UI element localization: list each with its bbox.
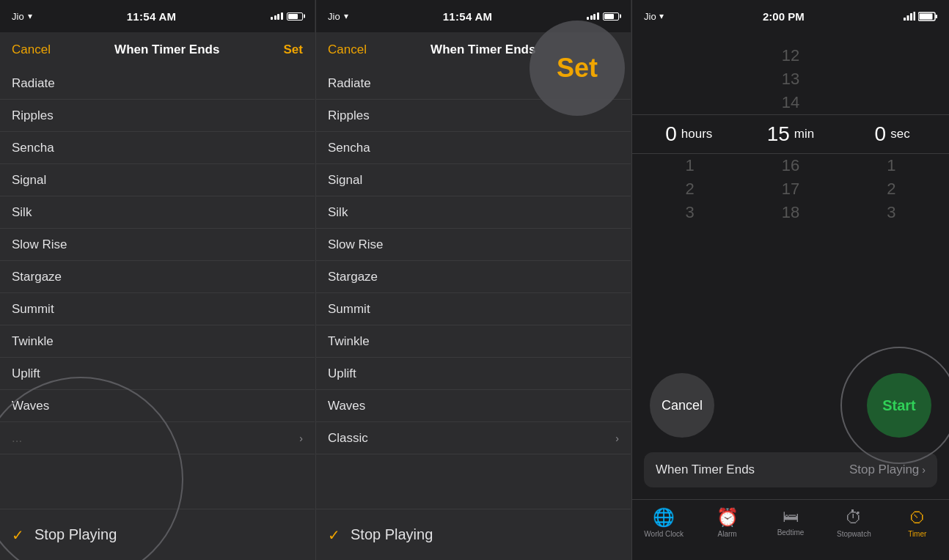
nav-title-1: When Timer Ends [114, 43, 219, 57]
list-item-classic-2[interactable]: Classic › [316, 422, 631, 454]
list-item-summit-1[interactable]: Summit [0, 293, 315, 325]
when-timer-label: When Timer Ends [656, 463, 755, 477]
nav-bar-1: Cancel When Timer Ends Set [0, 32, 315, 67]
list-item-silk-2[interactable]: Silk [316, 196, 631, 229]
list-item-twinkle-2[interactable]: Twinkle [316, 325, 631, 358]
picker-sec-value: 0 [875, 122, 887, 146]
status-right-3 [904, 12, 937, 21]
battery-icon-3 [918, 12, 937, 21]
list-item-ripples-1[interactable]: Ripples [0, 100, 315, 132]
chevron-icon-1: › [299, 432, 303, 444]
tab-stopwatch[interactable]: ⏱ Stopwatch [828, 507, 879, 538]
ghost-col-min: 12 13 14 [747, 44, 835, 114]
signal-icon-1 [271, 12, 283, 20]
set-button-1[interactable]: Set [284, 43, 303, 57]
tab-bedtime[interactable]: 🛏 Bedtime [765, 507, 816, 537]
svg-rect-0 [904, 18, 906, 21]
picker-hours-value: 0 [665, 122, 677, 146]
picker-col-hours[interactable]: 0 hours [645, 122, 733, 146]
wifi-icon-2: ▾ [344, 11, 348, 21]
chevron-icon-3: › [922, 464, 926, 476]
stopwatch-icon: ⏱ [845, 507, 862, 528]
timer-cancel-label: Cancel [662, 398, 703, 413]
picker-ghost-below: 1 2 3 16 17 18 1 2 3 [632, 154, 949, 224]
cancel-button-2[interactable]: Cancel [328, 43, 367, 57]
status-right-1 [271, 12, 303, 21]
bottom-bar-2[interactable]: ✓ Stop Playing [316, 509, 631, 560]
picker-ghost-above: 12 13 14 [632, 44, 949, 114]
timer-start-button[interactable]: Start [867, 373, 931, 438]
wifi-icon-3: ▾ [659, 11, 664, 21]
nav-title-2: When Timer Ends [430, 43, 535, 57]
carrier-1: Jio [12, 11, 24, 22]
tab-timer[interactable]: ⏲ Timer [892, 507, 943, 538]
tab-timer-label: Timer [908, 530, 926, 538]
svg-rect-3 [913, 12, 915, 21]
svg-rect-1 [906, 15, 909, 21]
list-item-radiate-1[interactable]: Radiate [0, 67, 315, 100]
picker-selected-row: 0 hours 15 min 0 sec [632, 114, 949, 154]
tab-alarm[interactable]: ⏰ Alarm [702, 507, 753, 538]
cancel-button-1[interactable]: Cancel [12, 43, 51, 57]
list-item-silk-1[interactable]: Silk [0, 196, 315, 229]
bedtime-icon: 🛏 [783, 507, 799, 526]
set-circle-label: Set [557, 53, 598, 84]
tab-bedtime-label: Bedtime [777, 528, 805, 537]
set-circle-overlay: Set [530, 21, 625, 116]
status-left-1: Jio ▾ [12, 11, 32, 22]
panel-1: Jio ▾ 11:54 AM Cancel When Timer Ends Se… [0, 0, 315, 560]
list-item-slowrise-2[interactable]: Slow Rise [316, 229, 631, 261]
list-item-slowrise-1[interactable]: Slow Rise [0, 229, 315, 261]
list-item-signal-1[interactable]: Signal [0, 164, 315, 196]
ghost-col-sec-below: 1 2 3 [847, 154, 935, 224]
timer-icon: ⏲ [909, 507, 926, 528]
checkmark-icon-2: ✓ [328, 526, 340, 544]
svg-rect-6 [919, 13, 932, 19]
alarm-icon: ⏰ [717, 507, 739, 528]
picker-col-min[interactable]: 15 min [747, 122, 835, 146]
list-item-more-1[interactable]: ... › [0, 422, 315, 454]
list-2: Radiate Ripples Sencha Signal Silk Slow … [316, 67, 631, 509]
time-1: 11:54 AM [127, 10, 177, 23]
list-item-signal-2[interactable]: Signal [316, 164, 631, 196]
when-timer-value-area: Stop Playing › [849, 463, 926, 477]
list-item-waves-1[interactable]: Waves [0, 390, 315, 422]
signal-icon-3 [904, 12, 915, 21]
list-item-stargaze-1[interactable]: Stargaze [0, 261, 315, 293]
bottom-bar-1[interactable]: ✓ Stop Playing [0, 509, 315, 560]
svg-rect-2 [910, 13, 912, 21]
list-item-twinkle-1[interactable]: Twinkle [0, 325, 315, 358]
start-button-container: Start [867, 373, 931, 438]
world-clock-icon: 🌐 [653, 507, 675, 528]
status-right-2 [587, 12, 619, 21]
when-timer-ends-row[interactable]: When Timer Ends Stop Playing › [644, 452, 937, 487]
time-3: 2:00 PM [763, 10, 805, 23]
svg-rect-5 [935, 15, 937, 18]
ghost-col-sec [847, 44, 935, 114]
signal-icon-2 [587, 12, 599, 20]
ghost-col-hours-below: 1 2 3 [646, 154, 734, 224]
list-item-sencha-2[interactable]: Sencha [316, 132, 631, 164]
tab-world-clock[interactable]: 🌐 World Clock [638, 507, 689, 538]
picker-hours-label: hours [681, 127, 713, 141]
list-item-sencha-1[interactable]: Sencha [0, 132, 315, 164]
carrier-3: Jio [644, 11, 656, 22]
list-item-uplift-1[interactable]: Uplift [0, 358, 315, 390]
picker-col-sec[interactable]: 0 sec [849, 122, 937, 146]
time-2: 11:54 AM [443, 10, 493, 23]
list-item-waves-2[interactable]: Waves [316, 390, 631, 422]
when-timer-value-text: Stop Playing [849, 463, 919, 477]
list-1: Radiate Ripples Sencha Signal Silk Slow … [0, 67, 315, 509]
ghost-col-min-below: 16 17 18 [747, 154, 835, 224]
list-item-summit-2[interactable]: Summit [316, 293, 631, 325]
timer-buttons-row: Cancel Start [632, 351, 949, 452]
battery-icon-2 [603, 12, 619, 21]
picker-area: 12 13 14 0 hours 15 min 0 sec [632, 32, 949, 351]
picker-min-value: 15 [767, 122, 790, 146]
timer-cancel-button[interactable]: Cancel [650, 373, 714, 438]
list-item-uplift-2[interactable]: Uplift [316, 358, 631, 390]
stop-playing-label-1: Stop Playing [34, 526, 117, 543]
wifi-icon-1: ▾ [28, 11, 32, 21]
tab-bar: 🌐 World Clock ⏰ Alarm 🛏 Bedtime ⏱ Stopwa… [632, 499, 949, 560]
list-item-stargaze-2[interactable]: Stargaze [316, 261, 631, 293]
